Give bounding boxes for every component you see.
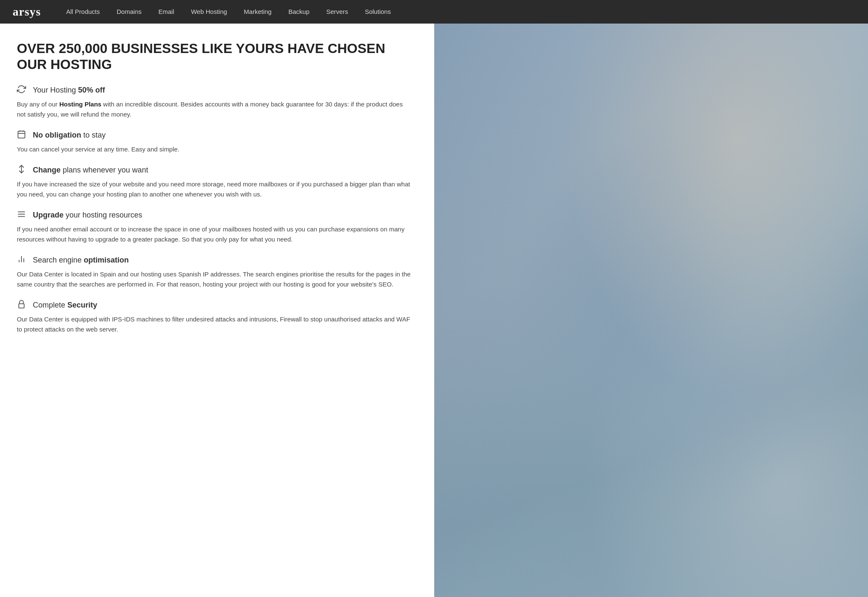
no-obligation-icon — [17, 130, 29, 141]
feature-seo: Search engine optimisationOur Data Cente… — [17, 255, 413, 289]
feature-no-obligation: No obligation to stayYou can cancel your… — [17, 130, 413, 154]
feature-body-change-plans: If you have increased the size of your w… — [17, 179, 413, 199]
hosting-discount-icon — [17, 85, 29, 96]
feature-hosting-discount: Your Hosting 50% offBuy any of our Hosti… — [17, 85, 413, 119]
feature-title-hosting-discount: Your Hosting 50% off — [33, 86, 105, 95]
svg-rect-11 — [19, 304, 24, 308]
feature-header-seo: Search engine optimisation — [17, 255, 413, 266]
feature-upgrade-resources: Upgrade your hosting resourcesIf you nee… — [17, 210, 413, 244]
navbar: arsys All ProductsDomainsEmailWeb Hostin… — [0, 0, 868, 24]
feature-security: Complete SecurityOur Data Center is equi… — [17, 300, 413, 334]
nav-link-email[interactable]: Email — [158, 8, 174, 15]
feature-header-upgrade-resources: Upgrade your hosting resources — [17, 210, 413, 221]
svg-rect-0 — [18, 131, 25, 138]
nav-link-servers[interactable]: Servers — [326, 8, 348, 15]
main-layout: OVER 250,000 BUSINESSES LIKE YOURS HAVE … — [0, 24, 868, 597]
feature-change-plans: Change plans whenever you wantIf you hav… — [17, 165, 413, 199]
feature-title-upgrade-resources: Upgrade your hosting resources — [33, 211, 142, 220]
security-icon — [17, 300, 29, 311]
nav-links: All ProductsDomainsEmailWeb HostingMarke… — [66, 8, 391, 16]
feature-title-security: Complete Security — [33, 301, 97, 310]
feature-header-no-obligation: No obligation to stay — [17, 130, 413, 141]
nav-link-solutions[interactable]: Solutions — [365, 8, 391, 15]
feature-body-security: Our Data Center is equipped with IPS-IDS… — [17, 314, 413, 334]
change-plans-icon — [17, 165, 29, 176]
feature-header-hosting-discount: Your Hosting 50% off — [17, 85, 413, 96]
seo-icon — [17, 255, 29, 266]
site-logo[interactable]: arsys — [13, 5, 41, 19]
feature-header-security: Complete Security — [17, 300, 413, 311]
nav-link-backup[interactable]: Backup — [288, 8, 309, 15]
hero-image — [434, 24, 868, 597]
feature-body-upgrade-resources: If you need another email account or to … — [17, 224, 413, 244]
feature-title-change-plans: Change plans whenever you want — [33, 166, 148, 175]
nav-link-domains[interactable]: Domains — [117, 8, 141, 15]
nav-link-marketing[interactable]: Marketing — [244, 8, 272, 15]
nav-link-web-hosting[interactable]: Web Hosting — [191, 8, 227, 15]
feature-header-change-plans: Change plans whenever you want — [17, 165, 413, 176]
page-title: OVER 250,000 BUSINESSES LIKE YOURS HAVE … — [17, 40, 413, 73]
feature-body-seo: Our Data Center is located in Spain and … — [17, 269, 413, 289]
nav-link-all-products[interactable]: All Products — [66, 8, 100, 15]
feature-body-no-obligation: You can cancel your service at any time.… — [17, 144, 413, 154]
feature-body-hosting-discount: Buy any of our Hosting Plans with an inc… — [17, 99, 413, 119]
feature-title-seo: Search engine optimisation — [33, 256, 129, 265]
feature-title-no-obligation: No obligation to stay — [33, 131, 106, 140]
features-container: Your Hosting 50% offBuy any of our Hosti… — [17, 85, 413, 334]
hero-image-overlay — [434, 24, 868, 597]
upgrade-resources-icon — [17, 210, 29, 221]
left-content: OVER 250,000 BUSINESSES LIKE YOURS HAVE … — [0, 24, 434, 597]
